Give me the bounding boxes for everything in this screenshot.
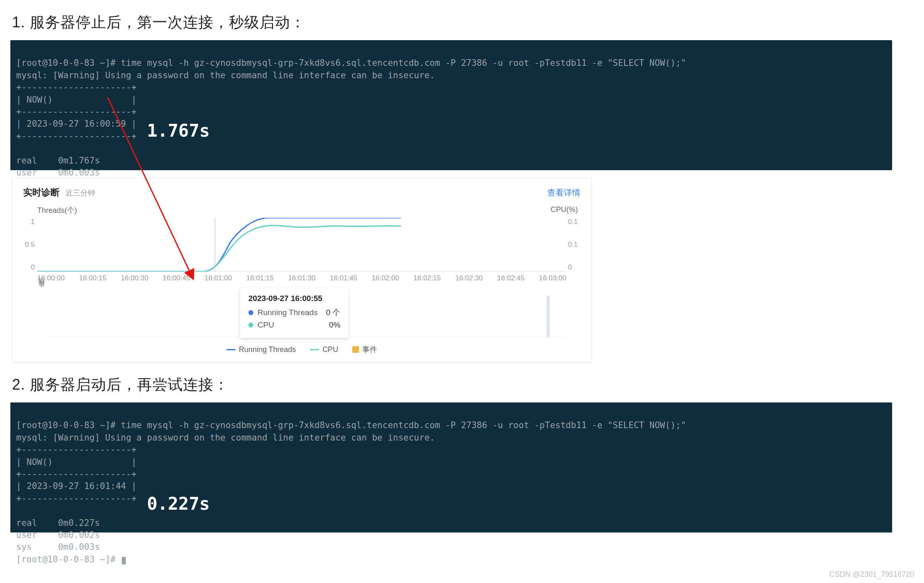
terminal-2: [root@10-0-0-83 ~]# time mysql -h gz-cyn…	[10, 402, 892, 532]
term2-sep2: +---------------------+	[16, 469, 137, 479]
card-subtitle: 近三分钟	[65, 189, 95, 197]
term1-sep2: +---------------------+	[16, 107, 137, 117]
y-axis-right-label: CPU(%)	[551, 205, 578, 215]
legend-line-icon	[310, 349, 319, 350]
tt-row2-name: CPU	[257, 320, 274, 330]
term2-warn: mysql: [Warning] Using a password on the…	[16, 433, 435, 443]
term1-sep1: +---------------------+	[16, 82, 137, 92]
elapsed-time-1: 1.767s	[147, 119, 210, 143]
term2-sep3: +---------------------+	[16, 494, 137, 504]
section-2-title: 2. 服务器启动后，再尝试连接：	[12, 375, 892, 395]
term2-user: user 0m0.002s	[16, 530, 100, 540]
tt-row1-val: 0 个	[318, 307, 340, 318]
term2-sep1: +---------------------+	[16, 445, 137, 455]
lifeline-label: 生命线	[37, 288, 46, 293]
x-axis-ticks: 16:00:00 16:00:15 16:00:30 16:00:45 16:0…	[37, 274, 566, 282]
term1-real: real 0m1.767s	[16, 156, 100, 166]
term1-val: | 2023-09-27 16:00:59 |	[16, 119, 137, 129]
dot-icon	[248, 310, 253, 315]
term1-hdr: | NOW() |	[16, 95, 137, 105]
section-1-title: 1. 服务器停止后，第一次连接，秒级启动：	[12, 12, 892, 33]
event-marker-icon	[546, 296, 550, 337]
tt-row1-name: Running Threads	[257, 308, 318, 317]
chart-tooltip: 2023-09-27 16:00:55 Running Threads 0 个 …	[240, 288, 349, 338]
term2-real: real 0m0.227s	[16, 518, 100, 528]
terminal-1: [root@10-0-0-83 ~]# time mysql -h gz-cyn…	[10, 40, 892, 170]
cursor-icon	[122, 557, 126, 564]
y-ticks-left: 1 0.5 0	[21, 218, 35, 272]
card-title: 实时诊断	[23, 187, 60, 198]
legend-line-icon	[226, 349, 236, 350]
view-details-link[interactable]: 查看详情	[547, 187, 580, 198]
diagnostics-chart-card: 实时诊断 近三分钟 查看详情 Threads(个) CPU(%) 1 0.5 0…	[12, 178, 592, 362]
tooltip-time: 2023-09-27 16:00:55	[248, 294, 340, 303]
csdn-watermark: CSDN @2301_79516720	[830, 570, 914, 579]
term2-hdr: | NOW() |	[16, 457, 137, 467]
term2-prompt: [root@10-0-0-83 ~]#	[16, 554, 121, 564]
dot-icon	[248, 323, 253, 328]
y-ticks-right: 0.1 0.1 0	[568, 218, 585, 272]
term1-cmd: [root@10-0-0-83 ~]# time mysql -h gz-cyn…	[16, 58, 686, 68]
term1-sep3: +---------------------+	[16, 131, 137, 141]
legend-box-icon	[352, 346, 359, 353]
term1-user: user 0m0.003s	[16, 168, 100, 178]
term1-warn: mysql: [Warning] Using a password on the…	[16, 70, 435, 80]
y-axis-left-label: Threads(个)	[37, 205, 77, 215]
chart-plot-area: 1 0.5 0 0.1 0.1 0	[37, 218, 566, 272]
tt-row2-val: 0%	[321, 320, 340, 330]
chart-legend: Running Threads CPU 事件	[23, 344, 580, 354]
term2-sys: sys 0m0.003s	[16, 542, 100, 552]
chart-svg	[37, 218, 566, 272]
elapsed-time-2: 0.227s	[147, 492, 210, 516]
term2-val: | 2023-09-27 16:01:44 |	[16, 481, 137, 491]
term2-cmd: [root@10-0-0-83 ~]# time mysql -h gz-cyn…	[16, 420, 686, 430]
